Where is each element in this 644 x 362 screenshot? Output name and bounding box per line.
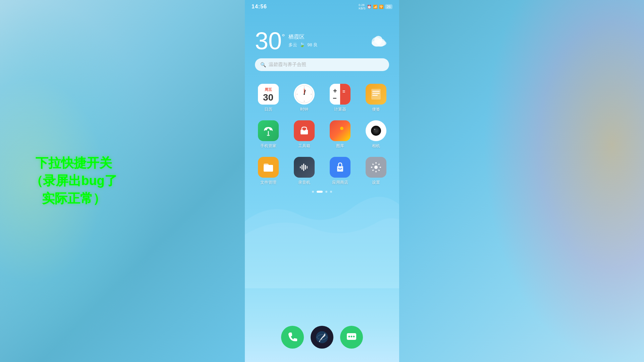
speed-indicator: 0.28KB/S	[359, 3, 366, 10]
status-time: 14:56	[252, 4, 267, 10]
svg-point-7	[304, 94, 305, 95]
dot-2[interactable]	[325, 191, 327, 193]
toolbox-icon	[294, 120, 315, 141]
weather-widget[interactable]: 30 ° 栖霞区 多云 🍃 98 良	[255, 29, 389, 53]
svg-rect-33	[303, 164, 304, 171]
app-label-camera: 相机	[372, 143, 380, 149]
app-files[interactable]: 文件管理	[251, 154, 285, 188]
dock-messages[interactable]	[340, 326, 363, 349]
page-dots	[245, 191, 399, 193]
app-manager[interactable]: 手机管家	[251, 118, 285, 152]
weather-degree: °	[282, 32, 285, 42]
weather-description: 多云 🍃 98 良	[288, 42, 318, 48]
app-gallery[interactable]: 图库	[323, 118, 357, 152]
svg-text:−: −	[333, 95, 337, 102]
phone-screen: 14:56 0.28KB/S ⏰ 📶 🛜 26 30 ° 栖霞区 多云 🍃 98…	[245, 0, 399, 362]
svg-rect-35	[307, 166, 308, 169]
app-calculator[interactable]: + − = 计算器	[323, 81, 357, 115]
calendar-icon: 周五 30	[258, 84, 279, 105]
app-grid: 周五 30 日历	[245, 81, 399, 188]
svg-point-39	[348, 336, 350, 338]
app-label-calculator: 计算器	[334, 107, 346, 112]
app-label-manager: 手机管家	[260, 143, 276, 149]
appstore-icon	[330, 157, 351, 178]
battery-icon: 26	[385, 4, 392, 9]
app-label-files: 文件管理	[260, 180, 276, 185]
annotation-text: 下拉快捷开关 （录屏出bug了 实际正常）	[10, 154, 138, 208]
recorder-icon	[294, 157, 315, 178]
calendar-weekday: 周五	[258, 86, 279, 93]
app-appstore[interactable]: 应用商店	[323, 154, 357, 188]
app-toolbox[interactable]: 工具箱	[287, 118, 321, 152]
wifi-icon: 🛜	[379, 5, 384, 9]
gallery-icon	[330, 120, 351, 141]
clock-icon	[294, 84, 315, 105]
dot-0[interactable]	[312, 191, 314, 193]
svg-rect-34	[305, 165, 306, 170]
dock	[281, 326, 363, 349]
app-label-appstore: 应用商店	[332, 180, 348, 185]
svg-rect-19	[372, 93, 380, 94]
svg-rect-13	[340, 84, 351, 105]
svg-text:=: =	[342, 89, 345, 94]
search-icon: 🔍	[260, 62, 266, 67]
svg-point-41	[353, 336, 355, 338]
calculator-icon: + − =	[330, 84, 351, 105]
dock-messages-icon	[340, 326, 363, 349]
dot-3[interactable]	[330, 191, 332, 193]
app-label-calendar: 日历	[264, 107, 272, 112]
svg-point-36	[374, 166, 378, 169]
alarm-icon: ⏰	[367, 5, 372, 9]
dock-phone-icon	[281, 326, 304, 349]
app-notes[interactable]: 便签	[359, 81, 393, 115]
svg-rect-30	[264, 165, 273, 172]
app-label-recorder: 录音机	[298, 180, 310, 185]
app-settings[interactable]: 设置	[359, 154, 393, 188]
svg-rect-20	[372, 95, 378, 96]
weather-info: 栖霞区 多云 🍃 98 良	[288, 29, 318, 48]
app-label-gallery: 图库	[336, 143, 344, 149]
svg-rect-31	[300, 166, 301, 168]
files-icon	[258, 157, 279, 178]
svg-rect-18	[372, 91, 380, 92]
search-placeholder: 温碧霞与养子合照	[269, 62, 306, 68]
weather-temperature: 30	[255, 29, 282, 53]
camera-icon	[366, 120, 386, 141]
wave-decoration	[245, 188, 399, 288]
svg-point-3	[372, 40, 386, 47]
svg-point-40	[351, 336, 353, 338]
status-bar: 14:56 0.28KB/S ⏰ 📶 🛜 26	[245, 0, 399, 12]
settings-icon	[366, 157, 386, 178]
dock-browser-icon	[311, 326, 333, 349]
svg-point-29	[374, 129, 375, 130]
app-clock[interactable]: 时钟	[287, 81, 321, 115]
weather-cloud-icon	[369, 31, 389, 51]
svg-point-24	[340, 127, 343, 130]
svg-rect-23	[303, 129, 305, 130]
notes-icon	[366, 84, 386, 105]
app-label-clock: 时钟	[300, 107, 308, 112]
dot-1-active[interactable]	[317, 191, 323, 193]
dock-phone[interactable]	[281, 326, 304, 349]
weather-left: 30 ° 栖霞区 多云 🍃 98 良	[255, 29, 318, 53]
svg-rect-17	[371, 89, 381, 100]
dock-browser[interactable]	[311, 326, 333, 349]
app-label-settings: 设置	[372, 180, 380, 185]
status-icons: 0.28KB/S ⏰ 📶 🛜 26	[359, 3, 392, 10]
calendar-day: 30	[263, 93, 273, 102]
search-bar[interactable]: 🔍 温碧霞与养子合照	[255, 58, 389, 71]
bg-blob-right	[483, 0, 644, 362]
app-recorder[interactable]: 录音机	[287, 154, 321, 188]
weather-location: 栖霞区	[288, 34, 318, 41]
svg-text:+: +	[333, 87, 337, 95]
app-label-notes: 便签	[372, 107, 380, 112]
signal-icon: 📶	[373, 5, 378, 9]
manager-icon	[258, 120, 279, 141]
app-camera[interactable]: 相机	[359, 118, 393, 152]
app-label-toolbox: 工具箱	[298, 143, 310, 149]
app-calendar[interactable]: 周五 30 日历	[251, 81, 285, 115]
svg-rect-22	[301, 130, 308, 134]
svg-rect-32	[302, 165, 303, 170]
